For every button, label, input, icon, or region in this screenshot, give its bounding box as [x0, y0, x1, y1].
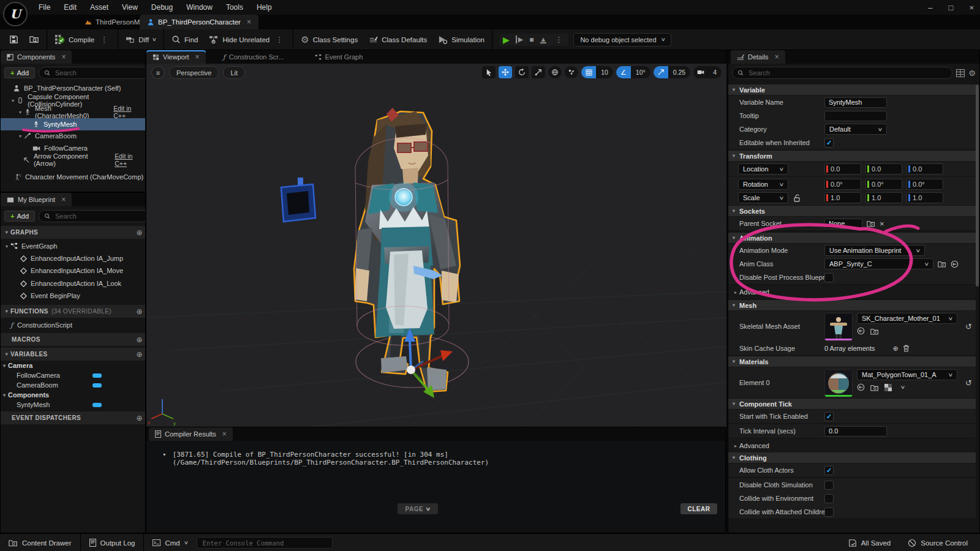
variables-section-header[interactable]: ▾ VARIABLES ⊕ [1, 348, 145, 361]
tab-construction-script[interactable]: ƒ Construction Scr... [217, 50, 290, 64]
grid-snap-icon[interactable] [581, 66, 596, 78]
browse-material-icon[interactable] [870, 384, 879, 391]
section-animation[interactable]: ▾Animation [728, 233, 976, 243]
diff-button[interactable]: Diff ∨ [120, 29, 162, 50]
caret-down-icon[interactable]: ▾ [3, 244, 10, 249]
variable-category-camera[interactable]: ▾ Camera [1, 361, 145, 370]
move-tool-button[interactable] [499, 66, 512, 78]
editable-checkbox-checked[interactable]: ✓ [824, 138, 834, 148]
caret-down-icon[interactable]: ▾ [9, 98, 17, 103]
tooltip-input[interactable] [824, 111, 887, 121]
search-input[interactable] [747, 69, 947, 77]
cmd-dropdown[interactable]: Cmd ∨ [144, 534, 196, 551]
components-search[interactable] [39, 67, 149, 79]
menu-view[interactable]: View [115, 0, 145, 15]
menu-tools[interactable]: Tools [219, 0, 250, 15]
collide-children-checkbox-unchecked[interactable] [824, 508, 834, 517]
viewport-options-menu[interactable]: ≡ [151, 66, 165, 79]
variable-type-pill[interactable] [92, 383, 102, 388]
row-ia-jump[interactable]: EnhancedInputAction IA_Jump [1, 252, 145, 264]
close-icon[interactable]: × [775, 53, 779, 61]
eject-button[interactable]: ▲ [540, 36, 547, 43]
add-dispatcher-icon[interactable]: ⊕ [137, 414, 143, 422]
compiler-log-line[interactable]: • [3871.65] Compile of BP_ThirdPersonCha… [162, 451, 725, 467]
menu-window[interactable]: Window [179, 0, 219, 15]
grid-snap-control[interactable]: 10 [581, 66, 613, 78]
disable-cloth-checkbox-unchecked[interactable] [824, 481, 834, 490]
close-icon[interactable]: × [61, 195, 66, 204]
add-variable-icon[interactable]: ⊕ [137, 350, 143, 359]
surface-snap-button[interactable] [565, 66, 578, 78]
viewport-3d-scene[interactable]: x y [146, 64, 726, 427]
rotation-dropdown[interactable]: Rotation∨ [738, 179, 788, 190]
event-dispatchers-section-header[interactable]: EVENT DISPATCHERS ⊕ [1, 411, 145, 424]
output-log-button[interactable]: Output Log [81, 534, 144, 551]
use-selected-icon[interactable] [857, 383, 865, 391]
macros-section-header[interactable]: MACROS ⊕ [1, 333, 145, 346]
source-control-button[interactable]: Source Control [899, 534, 980, 551]
my-blueprint-search[interactable] [39, 210, 149, 222]
console-command-input[interactable] [202, 539, 328, 547]
minimize-button[interactable]: – [928, 3, 932, 12]
category-dropdown[interactable]: Default∨ [824, 124, 887, 135]
section-transform[interactable]: ▾Transform [728, 151, 976, 161]
scale-dropdown[interactable]: Scale∨ [738, 192, 788, 203]
start-tick-checkbox-checked[interactable]: ✓ [824, 412, 834, 421]
tree-row-character-movement[interactable]: Character Movement (CharMoveComp) [1, 171, 145, 183]
variable-type-pill[interactable] [92, 403, 102, 407]
hide-unrelated-options-icon[interactable]: ⋮ [273, 36, 285, 44]
trash-icon[interactable] [903, 345, 910, 352]
tab-event-graph[interactable]: Event Graph [309, 50, 369, 64]
character-mesh[interactable] [354, 108, 460, 392]
variable-name-input[interactable] [824, 97, 887, 108]
disable-pp-checkbox-unchecked[interactable] [824, 273, 834, 282]
functions-section-header[interactable]: ▾ FUNCTIONS (34 OVERRIDABLE) ⊕ [1, 305, 145, 318]
row-ia-look[interactable]: EnhancedInputAction IA_Look [1, 277, 145, 290]
scale-z-field[interactable]: 1.0 [907, 192, 943, 203]
tab-bp-thirdpersoncharacter[interactable]: BP_ThirdPersonCharacter × [140, 15, 258, 29]
tree-row-arrow-component[interactable]: Arrow Component (Arrow) Edit in C++ [1, 154, 145, 166]
angle-snap-icon[interactable]: ∠ [616, 66, 631, 78]
tab-my-blueprint[interactable]: My Blueprint × [1, 193, 72, 206]
tree-row-syntymesh-selected[interactable]: SyntyMesh [1, 118, 145, 130]
row-ia-move[interactable]: EnhancedInputAction IA_Move [1, 264, 145, 277]
display-options-icon[interactable] [956, 69, 965, 77]
hide-unrelated-button[interactable]: Hide Unrelated ⋮ [203, 29, 291, 50]
scale-snap-value[interactable]: 0.25 [668, 69, 690, 76]
row-tick-advanced[interactable]: ▸ Advanced [728, 439, 976, 453]
close-window-button[interactable]: × [969, 3, 974, 12]
chevron-down-icon[interactable]: ∨ [900, 384, 906, 390]
lock-open-icon[interactable] [793, 194, 801, 202]
details-scrollbar[interactable] [976, 84, 979, 287]
section-materials[interactable]: ▾Materials [728, 356, 976, 367]
tick-interval-input[interactable] [824, 426, 887, 437]
grid-snap-value[interactable]: 10 [596, 69, 613, 76]
menu-help[interactable]: Help [250, 0, 279, 15]
tree-row-self[interactable]: BP_ThirdPersonCharacter (Self) [1, 82, 145, 94]
reset-to-default-icon[interactable]: ↺ [965, 322, 972, 331]
scale-tool-button[interactable] [532, 66, 545, 78]
scale-x-field[interactable]: 1.0 [824, 192, 861, 203]
menu-debug[interactable]: Debug [145, 0, 179, 15]
use-selected-icon[interactable] [951, 260, 959, 268]
close-icon[interactable]: × [247, 18, 251, 26]
lit-dropdown[interactable]: Lit [223, 66, 245, 79]
compile-options-icon[interactable]: ⋮ [98, 36, 110, 44]
browse-mesh-icon[interactable] [870, 328, 879, 335]
add-array-element-icon[interactable]: ⊕ [893, 345, 899, 353]
compile-button[interactable]: Compile ⋮ [49, 29, 116, 50]
row-constructionscript[interactable]: ƒ ConstructionScript [1, 319, 145, 331]
location-z-field[interactable]: 0.0 [907, 163, 943, 174]
all-saved-indicator[interactable]: All Saved [840, 534, 900, 551]
browse-to-asset-button[interactable] [24, 29, 45, 50]
edit-in-cpp-link[interactable]: Edit in C++ [113, 105, 145, 119]
search-input[interactable] [54, 69, 143, 77]
scale-y-field[interactable]: 1.0 [865, 192, 902, 203]
rotation-snap-value[interactable]: 10° [631, 69, 650, 76]
world-coordinate-button[interactable] [548, 66, 562, 78]
skeletal-mesh-dropdown[interactable]: SK_Character_Mother_01∨ [857, 313, 957, 324]
find-button[interactable]: Find [166, 29, 203, 50]
row-eventgraph[interactable]: ▾ EventGraph [1, 240, 145, 252]
unreal-logo-icon[interactable]: U [3, 2, 28, 26]
caret-down-icon[interactable]: ▾ [17, 133, 24, 139]
